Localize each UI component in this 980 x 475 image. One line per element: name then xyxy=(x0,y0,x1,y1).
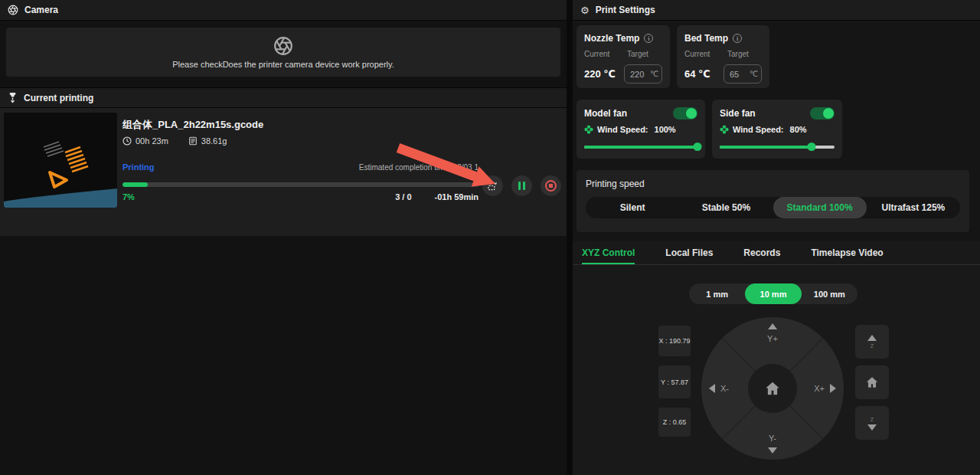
step-10mm[interactable]: 10 mm xyxy=(745,283,801,304)
dpad-y-plus[interactable]: Y+ xyxy=(767,323,778,343)
z-up-button[interactable]: z xyxy=(855,325,889,359)
print-job-card: 组合体_PLA_2h22m15s.gcode 00h 23m 38.61g xyxy=(0,108,567,236)
bed-target-unit: ℃ xyxy=(750,70,758,78)
model-fan-title: Model fan xyxy=(584,108,627,119)
nozzle-current-value: 220 ℃ xyxy=(584,68,624,80)
file-name: 组合体_PLA_2h22m15s.gcode xyxy=(122,118,263,132)
model-fan-slider[interactable] xyxy=(584,142,697,151)
model-fan-toggle[interactable] xyxy=(673,107,697,120)
info-icon[interactable]: i xyxy=(733,34,742,43)
z-down-button[interactable]: z xyxy=(855,406,889,440)
speed-option-stable[interactable]: Stable 50% xyxy=(679,197,773,218)
nozzle-current-label: Current xyxy=(584,50,627,58)
printing-speed-title: Printing speed xyxy=(586,179,960,189)
nozzle-target-input[interactable] xyxy=(630,70,650,79)
dpad-y-minus[interactable]: Y- xyxy=(768,434,777,454)
speed-option-standard[interactable]: Standard 100% xyxy=(773,197,867,218)
printing-speed-card: Printing speed Silent Stable 50% Standar… xyxy=(577,170,969,232)
home-z-button[interactable] xyxy=(855,365,889,399)
left-panel: Camera Please checkDoes the printer came… xyxy=(0,0,567,475)
progress-percent: 7% xyxy=(122,192,135,201)
filament-weight-icon xyxy=(188,136,198,146)
bed-temp-card: Bed Temp i Current Target 64 ℃ ℃ xyxy=(677,25,769,88)
nozzle-temp-card: Nozzle Temp i Current Target 220 ℃ ℃ xyxy=(577,25,670,88)
camera-placeholder: Please checkDoes the printer camera devi… xyxy=(6,28,560,77)
home-icon xyxy=(865,375,879,389)
progress-meta: 7% 3 / 0 -01h 59min xyxy=(122,192,479,201)
up-arrow-icon xyxy=(867,335,877,341)
stop-button[interactable] xyxy=(541,175,561,196)
z-down-label: z xyxy=(871,416,874,423)
camera-placeholder-text: Please checkDoes the printer camera devi… xyxy=(172,60,394,69)
print-status: Printing xyxy=(122,162,155,172)
pause-button[interactable] xyxy=(511,175,532,196)
side-fan-label: Wind Speed: xyxy=(733,125,784,134)
tab-local-files[interactable]: Local Files xyxy=(665,241,713,264)
bed-temp-title: Bed Temp xyxy=(684,33,728,44)
home-xy-button[interactable] xyxy=(748,364,797,413)
tab-xyz-control[interactable]: XYZ Control xyxy=(582,241,635,264)
step-size-selector: 1 mm 10 mm 100 mm xyxy=(689,283,858,304)
camera-header: Camera xyxy=(0,0,567,21)
control-tabbar: XYZ Control Local Files Records Timelaps… xyxy=(573,241,980,265)
home-icon xyxy=(764,380,781,397)
printer-nozzle-icon xyxy=(8,93,18,103)
nozzle-target-label: Target xyxy=(627,50,648,58)
info-icon[interactable]: i xyxy=(644,34,653,43)
model-fan-slider-knob[interactable] xyxy=(694,142,702,151)
material-used: 38.61g xyxy=(188,136,227,146)
model-fan-value: 100% xyxy=(655,125,676,134)
speed-option-silent[interactable]: Silent xyxy=(586,197,679,218)
bed-target-input[interactable] xyxy=(730,70,750,79)
side-fan-slider[interactable] xyxy=(720,142,835,151)
step-1mm[interactable]: 1 mm xyxy=(689,283,745,304)
xyz-control-content: 1 mm 10 mm 100 mm X : 190.79 Y : 57.87 Z… xyxy=(573,265,980,475)
speed-option-ultrafast[interactable]: Ultrafast 125% xyxy=(867,197,960,218)
estimated-completion: Estimated completion time: 12/03 1 xyxy=(359,163,479,172)
printing-speed-selector: Silent Stable 50% Standard 100% Ultrafas… xyxy=(586,197,960,218)
current-printing-header: Current printing xyxy=(0,87,567,108)
model-fan-label: Wind Speed: xyxy=(597,125,648,134)
side-fan-title: Side fan xyxy=(720,108,756,119)
dpad-y-minus-label: Y- xyxy=(769,434,776,443)
camera-title: Camera xyxy=(24,5,58,15)
z-coordinate-readout: Z : 0.65 xyxy=(658,408,691,437)
dpad-x-minus[interactable]: X- xyxy=(709,384,729,393)
down-arrow-icon xyxy=(768,447,777,454)
print-stats: 00h 23m 38.61g xyxy=(122,136,227,146)
timelapse-button[interactable] xyxy=(482,175,503,196)
nozzle-target-box: ℃ xyxy=(624,64,662,84)
xy-dpad: Y+ Y- X- X+ xyxy=(701,317,844,460)
fan-icon xyxy=(584,125,593,134)
side-fan-slider-knob[interactable] xyxy=(808,142,816,151)
side-fan-card: Side fan Wind Speed: 80% xyxy=(712,100,842,159)
step-100mm[interactable]: 100 mm xyxy=(802,283,858,304)
pause-icon xyxy=(518,182,525,190)
up-arrow-icon xyxy=(768,323,777,329)
bed-current-value: 64 ℃ xyxy=(684,68,724,80)
down-arrow-icon xyxy=(867,424,877,431)
dpad-x-plus[interactable]: X+ xyxy=(814,384,836,393)
time-remaining: -01h 59min xyxy=(435,192,479,201)
bed-target-label: Target xyxy=(727,50,749,58)
clock-icon xyxy=(122,136,132,146)
stop-icon xyxy=(545,180,557,192)
print-time: 00h 23m xyxy=(122,136,168,146)
x-coordinate-readout: X : 190.79 xyxy=(658,326,691,356)
bed-current-label: Current xyxy=(684,50,727,58)
z-up-label: z xyxy=(871,342,874,349)
side-fan-toggle[interactable] xyxy=(810,107,835,120)
layer-count: 3 / 0 xyxy=(395,192,411,201)
nozzle-target-unit: ℃ xyxy=(650,70,658,78)
dpad-x-minus-label: X- xyxy=(720,384,729,393)
gear-icon: ⚙ xyxy=(580,5,590,16)
dpad-y-plus-label: Y+ xyxy=(767,334,778,343)
model-fan-card: Model fan Wind Speed: 100% xyxy=(577,100,705,159)
print-settings-panel: ⚙ Print Settings Nozzle Temp i Current T… xyxy=(573,0,980,475)
dpad-x-plus-label: X+ xyxy=(814,384,825,393)
print-settings-header: ⚙ Print Settings xyxy=(573,0,980,21)
print-settings-title: Print Settings xyxy=(596,5,655,15)
tab-timelapse-video[interactable]: Timelapse Video xyxy=(811,241,883,264)
tab-records[interactable]: Records xyxy=(743,241,780,264)
nozzle-temp-title: Nozzle Temp xyxy=(584,33,639,44)
